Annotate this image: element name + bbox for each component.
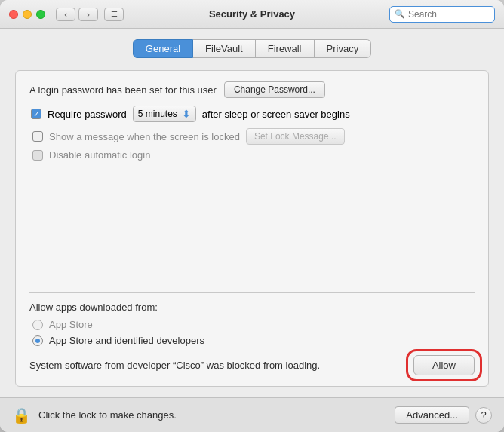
advanced-button[interactable]: Advanced... — [395, 406, 469, 424]
main-content: General FileVault Firewall Privacy A log… — [0, 29, 504, 397]
search-icon: 🔍 — [395, 9, 405, 19]
nav-buttons: ‹ › — [56, 8, 98, 21]
login-password-row: A login password has been set for this u… — [29, 81, 475, 98]
tab-firewall[interactable]: Firewall — [256, 39, 315, 58]
help-button[interactable]: ? — [475, 407, 492, 424]
require-password-checkbox[interactable]: ✓ — [31, 109, 41, 119]
radio-app-store-row: App Store — [29, 319, 475, 330]
login-password-text: A login password has been set for this u… — [29, 84, 217, 96]
radio-app-store-identified-label: App Store and identified developers — [49, 335, 204, 346]
forward-button[interactable]: › — [78, 8, 98, 21]
tabs: General FileVault Firewall Privacy — [15, 39, 489, 58]
traffic-lights — [9, 10, 45, 19]
require-password-label: Require password — [48, 109, 127, 120]
change-password-button[interactable]: Change Password... — [224, 81, 325, 98]
section-divider — [29, 292, 475, 293]
close-button[interactable] — [9, 10, 18, 19]
radio-app-store-label: App Store — [49, 319, 93, 330]
radio-app-store[interactable] — [32, 320, 43, 330]
show-message-checkbox[interactable] — [32, 131, 43, 142]
blocked-software-row: System software from developer “Cisco” w… — [29, 355, 475, 375]
allow-button[interactable]: Allow — [413, 355, 475, 375]
window-title: Security & Privacy — [209, 8, 295, 20]
tab-general[interactable]: General — [133, 39, 193, 58]
show-message-row: Show a message when the screen is locked… — [29, 128, 475, 145]
tab-filevault[interactable]: FileVault — [193, 39, 256, 58]
bottom-section: Allow apps downloaded from: App Store Ap… — [29, 302, 475, 375]
lock-text: Click the lock to make changes. — [38, 409, 395, 421]
after-sleep-label: after sleep or screen saver begins — [202, 109, 350, 120]
panel: A login password has been set for this u… — [15, 70, 489, 387]
show-message-label: Show a message when the screen is locked — [49, 131, 240, 142]
search-box[interactable]: 🔍 — [389, 6, 495, 23]
radio-app-store-identified[interactable] — [32, 335, 43, 346]
titlebar: ‹ › ☰ Security & Privacy 🔍 — [0, 0, 504, 29]
allow-button-wrapper: Allow — [413, 355, 475, 375]
tab-privacy[interactable]: Privacy — [315, 39, 372, 58]
radio-app-store-identified-row: App Store and identified developers — [29, 335, 475, 346]
back-button[interactable]: ‹ — [56, 8, 75, 21]
window: ‹ › ☰ Security & Privacy 🔍 General FileV… — [0, 0, 504, 432]
disable-login-label: Disable automatic login — [49, 149, 150, 161]
disable-login-checkbox[interactable]: ✓ — [32, 150, 43, 161]
maximize-button[interactable] — [36, 10, 45, 19]
allow-apps-label: Allow apps downloaded from: — [29, 302, 475, 313]
set-lock-message-button[interactable]: Set Lock Message... — [246, 128, 345, 145]
require-password-row: ✓ Require password 5 minutes ⬍ after sle… — [29, 106, 475, 122]
bottom-bar: 🔒 Click the lock to make changes. Advanc… — [0, 397, 504, 432]
minimize-button[interactable] — [23, 10, 32, 19]
password-timeout-dropdown[interactable]: 5 minutes ⬍ — [133, 106, 196, 122]
dropdown-arrow-icon: ⬍ — [182, 109, 191, 119]
back-arrow-icon: ‹ — [64, 10, 67, 19]
lock-icon[interactable]: 🔒 — [12, 406, 31, 424]
dropdown-value: 5 minutes — [138, 109, 177, 119]
forward-arrow-icon: › — [87, 10, 90, 19]
blocked-text: System software from developer “Cisco” w… — [29, 360, 404, 371]
grid-button[interactable]: ☰ — [104, 8, 124, 21]
grid-icon: ☰ — [111, 10, 118, 18]
search-input[interactable] — [408, 9, 490, 20]
disable-login-row: ✓ Disable automatic login — [29, 149, 475, 161]
top-section: A login password has been set for this u… — [29, 81, 475, 283]
